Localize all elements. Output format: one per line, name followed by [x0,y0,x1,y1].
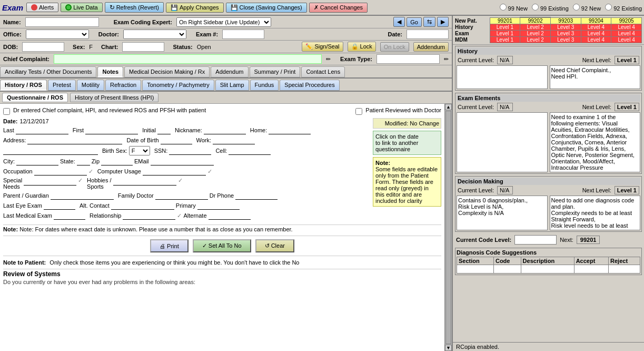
nav-swap-button[interactable]: ⇆ [423,17,435,27]
print-button[interactable]: 🖨 Print [150,239,189,252]
tab-slit-lamp[interactable]: Slit Lamp [215,80,249,91]
nav-forward-button[interactable]: ▶ [437,17,449,27]
coding-expert-select[interactable]: On Right Sidebar (Live Update) [176,17,271,27]
first-input[interactable] [85,126,138,134]
edit-chief-icon[interactable]: ✏ [326,56,331,63]
state-input[interactable] [77,157,90,165]
chart-input[interactable] [122,42,164,52]
cancel-changes-button[interactable]: ✗ Cancel Changes [309,3,368,13]
last-eye-input[interactable] [44,201,75,210]
mdm-code-row: MDM Level 1 Level 2 Level 3 Level 4 Leve… [455,37,642,43]
edit-exam-type-icon[interactable]: ✏ [444,56,449,63]
hobbies-input[interactable] [113,177,176,186]
nav-back-button[interactable]: ◀ [393,17,405,27]
tab-mdm[interactable]: Medical Decision Making / Rx [124,66,210,77]
last-medical-input[interactable] [54,211,85,220]
city-input[interactable] [16,157,58,165]
live-data-button[interactable]: Live Data [61,3,102,12]
cell-input[interactable] [229,147,271,155]
tab-ancillary[interactable]: Ancillary Tests / Other Documents [0,66,96,77]
exam-num-input[interactable] [222,30,264,39]
checkbox-patient-reviewed[interactable] [355,108,362,115]
address-input[interactable] [27,136,122,144]
scroll-up[interactable]: ▲ [445,104,452,110]
radio-92existing[interactable]: 92 Existing [605,4,642,12]
lock-button[interactable]: 🔒 Lock [348,42,376,52]
family-doc-input[interactable] [155,191,208,200]
alt-contact-input[interactable] [111,201,174,210]
special-needs-input[interactable] [24,177,76,186]
clear-button[interactable]: ↺ Clear [255,239,294,252]
checkbox-patient-label: Patient Reviewed with Doctor [365,107,441,113]
nickname-input[interactable] [204,126,246,134]
occupation-input[interactable] [34,167,87,175]
set-all-no-button[interactable]: ✓ Set All To No [193,239,251,252]
radio-99new[interactable]: 99 New [500,4,528,12]
tab-tonometry[interactable]: Tonometry / Pachymetry [142,80,214,91]
tab-addendum[interactable]: Addendum [211,66,248,77]
go-button[interactable]: Go [407,17,422,27]
click-link-box[interactable]: Click on the date to link to another que… [373,131,441,155]
side-info-panel: Modified: No Change Click on the date to… [373,118,441,207]
date-input[interactable] [407,30,449,39]
work-input[interactable] [213,136,255,144]
ssn-input[interactable] [169,147,211,155]
last-input[interactable] [16,126,68,134]
current-code-input[interactable] [514,235,557,245]
history-next-value: Level 1 [615,56,639,64]
note-to-patient-text: Only check those items you are experienc… [49,259,299,266]
apply-changes-button[interactable]: 💾 Apply Changes [166,3,224,13]
questionnaire-content: Dr entered Chief complaint, HPI, and rev… [0,104,452,351]
radio-92new[interactable]: 92 New [573,4,601,12]
birth-sex-select[interactable]: F [129,146,150,155]
checkbox-dr-entered[interactable] [3,108,10,115]
scroll-thumb[interactable] [445,111,451,344]
exam-code-row: Exam Level 1 Level 2 Level 3 Level 4 Lev… [455,31,642,37]
office-select[interactable] [26,30,89,39]
questionnaire-scroll[interactable]: Dr entered Chief complaint, HPI, and rev… [0,104,444,351]
primary-input[interactable] [197,201,240,210]
name-input[interactable] [25,17,99,27]
tab-notes[interactable]: Notes [97,66,123,77]
tab-summary[interactable]: Summary / Print [250,66,301,77]
addendum-button[interactable]: Addendum [413,42,449,52]
doctor-select[interactable] [123,30,186,39]
exam-current-label: Current Level: [458,104,494,110]
alternate-input[interactable] [209,211,251,220]
tab-fundus[interactable]: Fundus [250,80,279,91]
sub-tab-questionnaire[interactable]: Questionnaire / ROS [2,93,68,102]
exam-type-input[interactable] [377,54,440,64]
chief-complaint-input[interactable] [54,54,322,64]
scroll-down[interactable]: ▼ [445,345,452,351]
alerts-button[interactable]: Alerts [26,3,58,12]
radio-99existing[interactable]: 99 Existing [532,4,569,12]
refresh-button[interactable]: ↻ Refresh (Revert) [105,2,164,13]
dob-q-input[interactable] [161,136,192,144]
address2-input[interactable] [3,147,98,155]
computer-input[interactable] [143,167,206,175]
zip-input[interactable] [101,157,133,165]
dr-phone-input[interactable] [235,191,278,200]
tab-refraction[interactable]: Refraction [105,80,141,91]
home-input[interactable] [269,126,311,134]
clear-icon: ↺ [265,242,270,249]
tab-pretest[interactable]: Pretest [48,80,76,91]
dob-input[interactable] [22,42,64,52]
app-title: Exam [2,3,23,12]
sub-tab-hpi[interactable]: History of Present Illness (HPI) [70,93,158,102]
tab-special-procedures[interactable]: Special Procedures [280,80,339,91]
tab-contact-lens[interactable]: Contact Lens [301,66,345,77]
close-saving-button[interactable]: 💾 Close (Saving Changes) [226,3,307,13]
sign-seal-button[interactable]: ✏️ Sign/Seal [302,42,343,52]
email-input[interactable] [151,157,214,165]
parent-input[interactable] [51,191,114,200]
scroll-bar[interactable]: ▲ ▼ [444,104,452,351]
note-to-patient-label: Note to Patient: [3,259,46,266]
tab-history-ros[interactable]: History / ROS [0,80,47,91]
tab-motility[interactable]: Motility [77,80,104,91]
on-lock-button[interactable]: On Lock [380,42,409,52]
right-panel: New Pat. 99201 99202 99203 99204 99205 H… [452,16,644,351]
initial-input[interactable] [157,126,171,134]
state-label: State: [60,158,75,164]
relationship-input[interactable] [123,211,175,220]
